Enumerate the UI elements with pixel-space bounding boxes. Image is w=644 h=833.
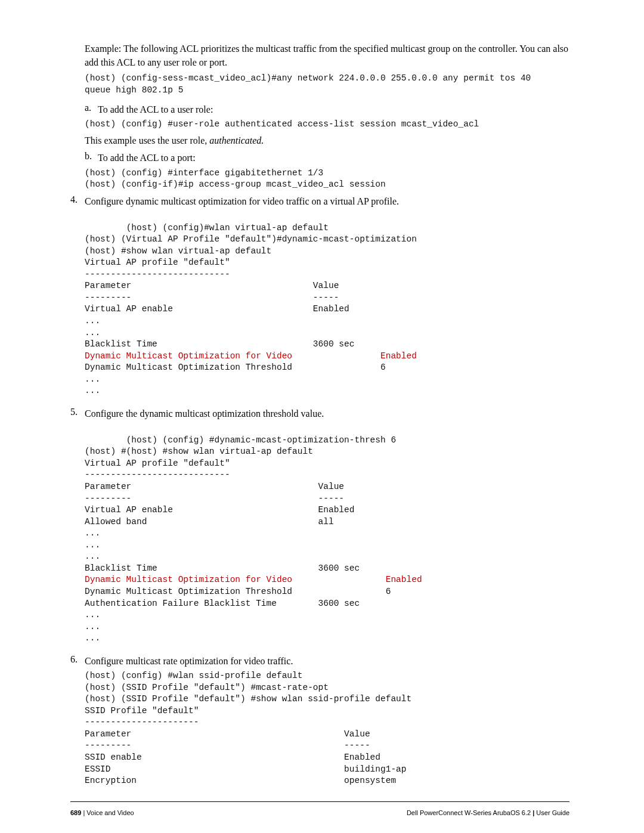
step-5-num: 5.	[70, 407, 85, 417]
code-port: (host) (config) #interface gigabitethern…	[85, 168, 572, 191]
para-auth-pre: This example uses the user role,	[85, 135, 209, 145]
step-5: 5. Configure the dynamic multicast optim…	[70, 407, 572, 651]
step-5-code-a: (host) (config) #dynamic-mcast-optimizat…	[85, 435, 396, 573]
footer-divider	[70, 801, 569, 802]
substep-b-text: To add the ACL to a port:	[98, 151, 196, 165]
step-5-text: Configure the dynamic multicast optimiza…	[85, 407, 572, 420]
document-page: Example: The following ACL prioritizes t…	[0, 0, 644, 833]
para-example-intro: Example: The following ACL prioritizes t…	[85, 42, 572, 69]
footer-sep1: |	[83, 809, 85, 816]
code-user-role: (host) (config) #user-role authenticated…	[85, 119, 572, 131]
para-auth-em: authenticated.	[209, 135, 264, 145]
step-4-code-b: Dynamic Multicast Optimization Threshold…	[85, 363, 386, 395]
footer-section: Voice and Video	[86, 809, 134, 816]
step-4-text: Configure dynamic multicast optimization…	[85, 194, 572, 208]
step-4: 4. Configure dynamic multicast optimizat…	[70, 194, 572, 403]
footer-left: 689 | Voice and Video	[70, 809, 134, 816]
step-6-num: 6.	[70, 654, 85, 665]
substep-a-text: To add the ACL to a user role:	[98, 103, 213, 116]
footer-right: Dell PowerConnect W-Series ArubaOS 6.2 |…	[407, 809, 569, 816]
step-6: 6. Configure multicast rate optimization…	[70, 654, 572, 793]
substep-b-label: b.	[85, 151, 98, 162]
substep-a: a. To add the ACL to a user role:	[85, 103, 572, 116]
footer-sep2: |	[532, 809, 534, 816]
step-4-code-a: (host) (config)#wlan virtual-ap default …	[85, 223, 417, 349]
step-4-num: 4.	[70, 194, 85, 205]
para-authenticated: This example uses the user role, authent…	[85, 134, 572, 147]
page-footer: 689 | Voice and Video Dell PowerConnect …	[70, 809, 569, 816]
footer-page-no: 689	[70, 809, 81, 816]
code-acl-example: (host) (config-sess-mcast_video_acl)#any…	[85, 73, 572, 96]
substep-a-label: a.	[85, 103, 98, 113]
substep-b: b. To add the ACL to a port:	[85, 151, 572, 165]
step-4-code-red: Dynamic Multicast Optimization for Video…	[85, 351, 417, 361]
footer-product: Dell PowerConnect W-Series ArubaOS 6.2	[407, 809, 531, 816]
step-5-code-red: Dynamic Multicast Optimization for Video…	[85, 575, 422, 584]
step-5-code-b: Dynamic Multicast Optimization Threshold…	[85, 587, 391, 643]
step-6-code: (host) (config) #wlan ssid-profile defau…	[85, 670, 572, 787]
footer-doc: User Guide	[536, 809, 569, 816]
step-6-text: Configure multicast rate optimization fo…	[85, 654, 572, 668]
